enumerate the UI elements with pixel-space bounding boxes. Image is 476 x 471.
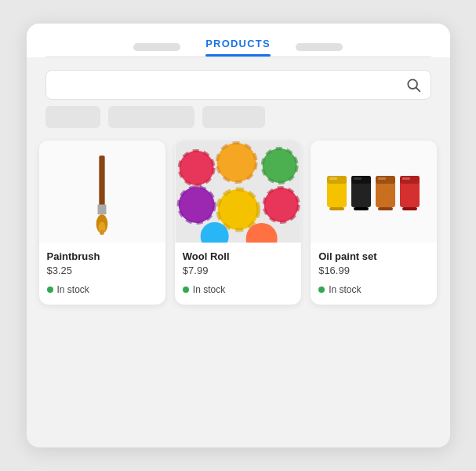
svg-rect-33 [402, 207, 417, 210]
search-button[interactable] [405, 77, 421, 93]
oilpaint-stock: In stock [318, 284, 429, 295]
oilpaint-stock-dot [318, 287, 325, 293]
svg-rect-36 [378, 177, 386, 180]
svg-rect-3 [98, 205, 107, 215]
product-card-paintbrush[interactable]: Paintbrush $3.25 In stock [39, 141, 165, 305]
svg-rect-37 [402, 177, 410, 180]
oilpaint-name: Oil paint set [318, 250, 429, 262]
wool-stock-dot [183, 287, 189, 293]
svg-rect-29 [376, 176, 395, 184]
paintbrush-image-area [39, 141, 165, 243]
tab-skeleton-right [296, 43, 343, 51]
filter-chip-2[interactable] [108, 106, 194, 128]
oilpaint-image [323, 156, 425, 227]
wool-price: $7.99 [183, 265, 293, 276]
search-section [27, 57, 450, 106]
paintbrush-price: $3.25 [47, 265, 158, 276]
search-icon [405, 77, 421, 93]
tab-row: PRODUCTS [45, 38, 431, 57]
oilpaint-stock-label: In stock [329, 284, 361, 295]
paintbrush-info: Paintbrush $3.25 In stock [39, 243, 165, 305]
paintbrush-image [78, 148, 125, 235]
wool-stock: In stock [183, 284, 293, 295]
filter-row [27, 106, 450, 137]
wool-name: Wool Roll [183, 250, 293, 262]
wool-stock-label: In stock [193, 284, 225, 295]
product-grid: Paintbrush $3.25 In stock [27, 137, 450, 447]
tab-skeleton-left [133, 43, 180, 51]
app-container: PRODUCTS [27, 24, 450, 447]
search-input[interactable] [56, 78, 399, 91]
paintbrush-stock-label: In stock [57, 284, 89, 295]
svg-rect-35 [354, 177, 362, 180]
wool-image-area [175, 141, 301, 243]
paintbrush-name: Paintbrush [47, 250, 158, 262]
svg-rect-30 [378, 207, 393, 210]
paintbrush-stock-dot [47, 287, 53, 293]
svg-rect-24 [329, 207, 344, 210]
svg-rect-23 [327, 176, 347, 184]
oilpaint-image-area [311, 141, 437, 243]
tab-products-label: PRODUCTS [205, 38, 271, 49]
wool-info: Wool Roll $7.99 In stock [175, 243, 301, 305]
wool-image [175, 141, 301, 243]
search-bar [45, 70, 431, 100]
oilpaint-info: Oil paint set $16.99 In stock [311, 243, 437, 305]
svg-rect-2 [99, 155, 104, 206]
filter-chip-3[interactable] [202, 106, 265, 128]
svg-rect-34 [329, 177, 337, 180]
svg-rect-27 [354, 207, 369, 210]
product-card-oil-paint[interactable]: Oil paint set $16.99 In stock [311, 141, 437, 305]
svg-rect-32 [400, 176, 420, 184]
paintbrush-stock: In stock [47, 284, 158, 295]
svg-rect-26 [351, 176, 371, 184]
top-bar: PRODUCTS [27, 24, 450, 57]
oilpaint-price: $16.99 [318, 265, 429, 276]
svg-line-1 [416, 88, 420, 92]
product-card-wool-roll[interactable]: Wool Roll $7.99 In stock [175, 141, 301, 305]
filter-chip-1[interactable] [45, 106, 100, 128]
tab-products[interactable]: PRODUCTS [205, 38, 271, 57]
